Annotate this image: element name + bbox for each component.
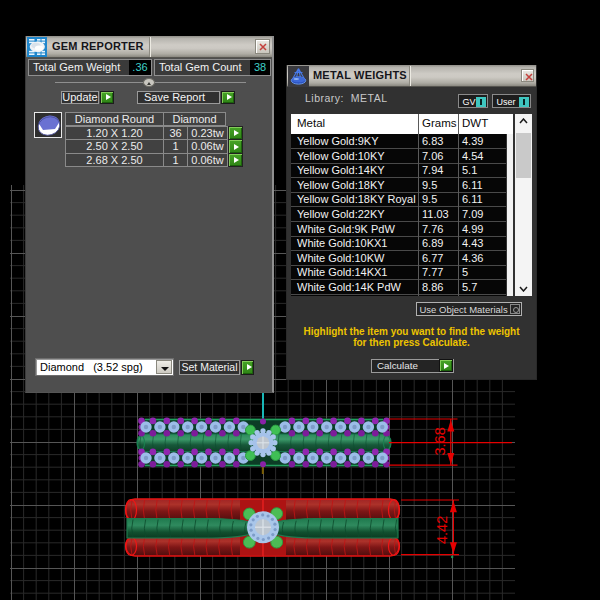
svg-text:3.68: 3.68 [432,427,448,455]
svg-text:4.42: 4.42 [434,516,450,544]
